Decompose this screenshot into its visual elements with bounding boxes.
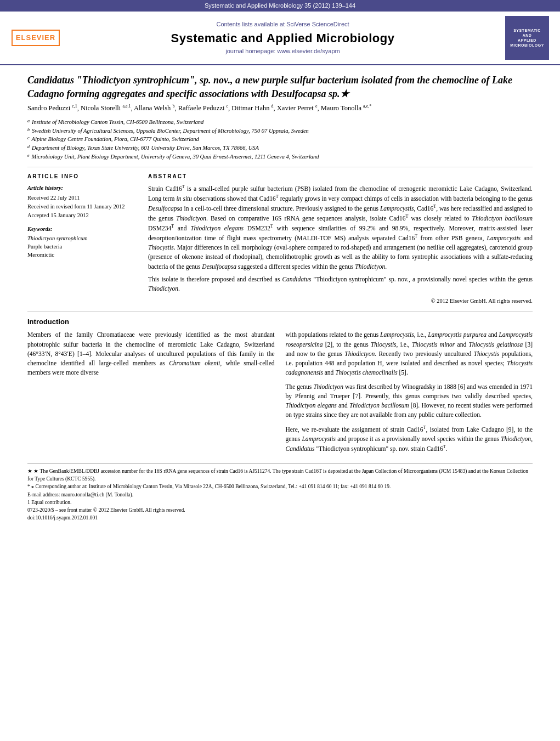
keyword-2: Purple bacteria [27,243,137,251]
received-date: Received 22 July 2011 [27,194,137,202]
divider-2 [27,311,533,312]
intro-left-para-1: Members of the family Chromatiaceae were… [27,330,275,377]
journal-logo-image: SYSTEMATIC AND APPLIED MICROBIOLOGY [505,16,549,60]
title-end: sp.★ [329,88,349,99]
article-info-label: ARTICLE INFO [27,173,137,180]
journal-logo-line1: SYSTEMATIC [510,28,544,33]
author-peduzzi-r: Raffaele Peduzzi c, [178,104,232,112]
journal-homepage[interactable]: journal homepage: www.elsevier.de/syapm [60,47,505,55]
abstract-text: Strain Cad16T is a small-celled purple s… [148,184,533,306]
footnote-doi: doi:10.1016/j.syapm.2012.01.001 [27,514,533,522]
author-tonolla: Mauro Tonolla a,e,* [321,104,371,112]
affiliation-e: e Microbiology Unit, Plant Biology Depar… [27,152,533,161]
intro-left-col: Members of the family Chromatiaceae were… [27,330,275,458]
intro-right-para-1: with populations related to the genus La… [286,330,533,377]
journal-header: ELSEVIER Contents lists available at Sci… [0,12,560,65]
abstract-label: ABSTRACT [148,173,533,180]
elsevier-logo: ELSEVIER [11,26,60,50]
copyright-line: © 2012 Elsevier GmbH. All rights reserve… [148,297,533,306]
author-perret: Xavier Perret e, [277,104,321,112]
intro-heading: Introduction [27,317,533,327]
main-content: Candidatus "Thiodictyon syntrophicum", s… [0,65,560,530]
article-title: Candidatus "Thiodictyon syntrophicum", s… [27,73,533,100]
author-hahn: Dittmar Hahn d, [231,104,276,112]
journal-logo-line2: AND [510,33,544,38]
intro-body: Members of the family Chromatiaceae were… [27,330,533,458]
authors-line: Sandro Peduzzi c,1, Nicola Storelli a,e,… [27,103,533,114]
title-candidatus: Candidatus [27,75,74,86]
intro-right-col: with populations related to the genus La… [286,330,533,458]
footnote-issn: 0723-2020/$ – see front matter © 2012 El… [27,506,533,514]
received-revised-date: Received in revised form 11 January 2012 [27,202,137,211]
intro-right-para-2: The genus Thiodictyon was first describe… [286,382,533,420]
accepted-date: Accepted 15 January 2012 [27,211,137,220]
sciverse-link[interactable]: Contents lists available at SciVerse Sci… [60,20,505,29]
affiliation-c: c Alpine Biology Centre Foundation, Pior… [27,135,533,144]
keyword-3: Meromictic [27,251,137,259]
title-desulfo: Desulfocapsa [271,88,326,99]
journal-citation-text: Systematic and Applied Microbiology 35 (… [205,2,355,9]
abstract-para-1: Strain Cad16T is a small-celled purple s… [148,184,533,271]
divider-1 [27,167,533,167]
header-center: Contents lists available at SciVerse Sci… [60,20,505,56]
affiliation-a: a Institute of Microbiology Canton Tessi… [27,118,533,127]
keywords-header: Keywords: [27,225,137,234]
article-history: Article history: Received 22 July 2011 R… [27,184,137,220]
info-abstract-section: ARTICLE INFO Article history: Received 2… [27,173,533,306]
affiliation-b: b Swedish University of Agricultural Sci… [27,127,533,135]
keyword-1: Thiodictyon syntrophicum [27,235,137,243]
article-info-col: ARTICLE INFO Article history: Received 2… [27,173,137,306]
title-main: "Thiodictyon syntrophicum", sp. nov., a … [27,75,512,99]
author-peduzzi-s: Sandro Peduzzi c,1, [27,104,81,112]
journal-citation-bar: Systematic and Applied Microbiology 35 (… [0,0,560,12]
keywords-section: Keywords: Thiodictyon syntrophicum Purpl… [27,225,137,259]
abstract-para-2: This isolate is therefore proposed and d… [148,275,533,294]
elsevier-logo-text: ELSEVIER [12,30,60,46]
affiliations: a Institute of Microbiology Canton Tessi… [27,118,533,161]
footnotes: ★ ★ The GenBank/EMBL/DDBJ accession numb… [27,463,533,522]
journal-title: Systematic and Applied Microbiology [60,30,505,47]
footnote-equal: 1 Equal contribution. [27,499,533,506]
footnote-email: E-mail address: mauro.tonolla@ti.ch (M. … [27,491,533,499]
introduction-section: Introduction Members of the family Chrom… [27,317,533,458]
footnote-corresponding: * ⁎ Corresponding author at: Institute o… [27,483,533,490]
author-storelli: Nicola Storelli a,e,1, [81,104,134,112]
journal-logo-line3: APPLIED [510,38,544,43]
abstract-col: ABSTRACT Strain Cad16T is a small-celled… [148,173,533,306]
affiliation-d: d Department of Biology, Texas State Uni… [27,144,533,152]
author-welsh: Allana Welsh b, [134,104,178,112]
journal-logo-line4: MICROBIOLOGY [510,43,544,48]
footnote-star: ★ ★ The GenBank/EMBL/DDBJ accession numb… [27,467,533,483]
intro-right-para-3: Here, we re-evaluate the assignment of s… [286,425,533,454]
history-header: Article history: [27,184,137,193]
